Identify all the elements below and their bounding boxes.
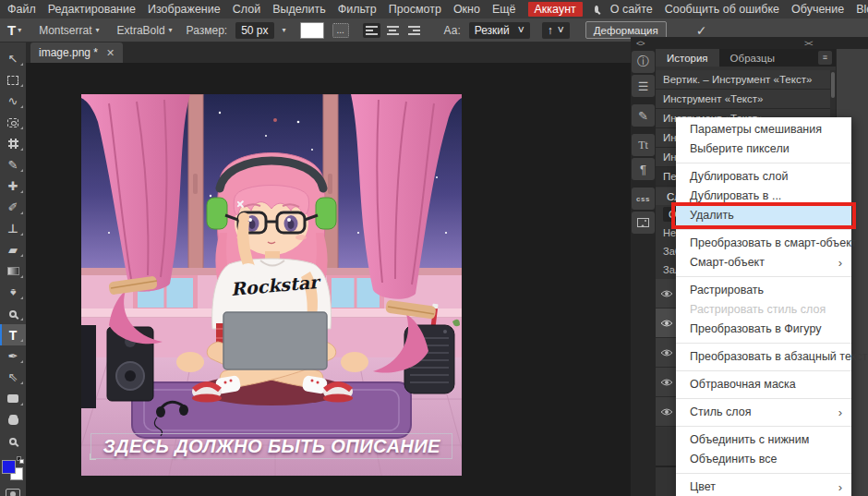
marquee-tool[interactable] xyxy=(0,69,26,91)
eye-icon[interactable] xyxy=(656,279,678,308)
account-button[interactable]: Аккаунт xyxy=(528,2,583,17)
align-left-icon[interactable] xyxy=(363,23,380,38)
tab-history[interactable]: История xyxy=(656,49,719,67)
pen-tool[interactable]: ✒ xyxy=(0,345,26,367)
move-tool[interactable]: ↖ xyxy=(0,48,26,69)
menu-window[interactable]: Окно xyxy=(453,3,480,16)
eyedropper-tool[interactable]: ✎ xyxy=(0,154,26,175)
menu-item-duplicate-into[interactable]: Дублировать в ... xyxy=(676,187,851,206)
collapse-left-icon[interactable]: <> xyxy=(636,39,645,48)
eye-icon[interactable] xyxy=(656,338,678,367)
menu-layer[interactable]: Слой xyxy=(233,3,260,16)
menu-view[interactable]: Просмотр xyxy=(389,3,441,16)
quick-mask-button[interactable] xyxy=(0,483,26,496)
menu-item-convert-to-paragraph-text[interactable]: Преобразовать в абзацный текст xyxy=(676,347,851,367)
history-item[interactable]: Инструмент «Текст» xyxy=(656,90,836,109)
info-icon: ⓘ xyxy=(637,54,649,70)
brush-tool[interactable]: ✐ xyxy=(0,197,26,218)
menu-item-color[interactable]: Цвет› xyxy=(676,478,851,496)
menu-filter[interactable]: Фильтр xyxy=(338,3,377,16)
css-panel-button[interactable]: css xyxy=(632,188,655,210)
menu-select[interactable]: Выделить xyxy=(272,3,326,16)
eraser-tool[interactable]: ▰ xyxy=(0,239,26,260)
adjustments-panel-button[interactable]: ✎ xyxy=(632,104,655,127)
align-right-icon[interactable] xyxy=(405,23,423,38)
font-family-select[interactable]: Montserrat▾ xyxy=(39,24,99,37)
lasso-tool[interactable]: ∿ xyxy=(0,91,26,112)
document-tab-bar: image.png * ✕ xyxy=(26,42,631,63)
foreground-color-swatch[interactable] xyxy=(2,460,16,474)
menu-item-merge-down[interactable]: Объединить с нижним xyxy=(676,430,851,450)
type-tool[interactable]: T xyxy=(0,324,26,345)
object-selection-tool[interactable] xyxy=(0,112,26,133)
zoom-tool[interactable] xyxy=(0,430,26,452)
character-panel-button[interactable]: Tt xyxy=(632,134,655,156)
eye-icon[interactable] xyxy=(656,397,678,426)
shape-tool[interactable] xyxy=(0,388,26,409)
photopea-app: Файл Редактирование Изображение Слой Выд… xyxy=(0,0,868,496)
menu-about[interactable]: О сайте xyxy=(610,3,653,16)
menu-blog[interactable]: Blog xyxy=(856,3,868,16)
text-color-swatch[interactable] xyxy=(300,22,324,39)
path-select-tool[interactable]: ⇖ xyxy=(0,367,26,388)
marquee-icon xyxy=(7,76,18,85)
paragraph-panel-button[interactable]: ¶ xyxy=(632,158,655,180)
menu-item-select-pixels[interactable]: Выберите пиксели xyxy=(676,139,851,159)
menu-item-convert-to-smart-object[interactable]: Преобразовать в смарт-объект xyxy=(676,234,851,253)
close-tab-icon[interactable]: ✕ xyxy=(106,47,115,59)
default-colors-icon[interactable] xyxy=(17,456,24,464)
text-orientation-select[interactable]: ↑˅ xyxy=(542,22,570,39)
menu-item-duplicate-layer[interactable]: Дублировать слой xyxy=(676,167,851,187)
gradient-tool[interactable] xyxy=(0,260,26,282)
search-icon[interactable] xyxy=(595,6,598,13)
image-panel-button[interactable] xyxy=(632,212,655,234)
confirm-edit-icon[interactable]: ✓ xyxy=(696,23,707,38)
dodge-tool[interactable] xyxy=(0,303,26,324)
menu-item-convert-to-shape[interactable]: Преобразовать в Фигуру xyxy=(676,320,851,339)
menu-image[interactable]: Изображение xyxy=(148,3,221,16)
canvas-caption-text[interactable]: ЗДЕСЬ ДОЛЖНО БЫТЬ ОПИСАНИЕ xyxy=(102,435,440,457)
menu-item-rasterize[interactable]: Растрировать xyxy=(676,281,851,300)
text-selection-box[interactable]: ЗДЕСЬ ДОЛЖНО БЫТЬ ОПИСАНИЕ xyxy=(90,433,452,459)
menu-report-bug[interactable]: Сообщить об ошибке xyxy=(665,3,779,16)
menu-item-layer-style[interactable]: Стиль слоя› xyxy=(676,403,851,422)
submenu-arrow-icon: › xyxy=(838,403,842,422)
align-center-icon[interactable] xyxy=(384,23,402,38)
eye-icon[interactable] xyxy=(656,308,678,337)
font-size-dropdown-icon[interactable]: ▾ xyxy=(283,26,286,34)
collapse-right-icon[interactable]: >< xyxy=(804,39,813,48)
properties-panel-button[interactable]: ☰ xyxy=(632,75,655,97)
menu-item-merge-all[interactable]: Объединить все xyxy=(676,450,851,469)
antialias-select[interactable]: Резкий˅ xyxy=(469,22,530,39)
eye-icon[interactable] xyxy=(656,368,678,396)
menu-file[interactable]: Файл xyxy=(7,3,36,16)
crop-tool[interactable] xyxy=(0,133,26,154)
panel-menu-icon[interactable]: ≡ xyxy=(818,51,832,65)
menu-item-clipping-mask[interactable]: Обтравочная маска xyxy=(676,375,851,394)
menu-edit[interactable]: Редактирование xyxy=(48,3,136,16)
tab-swatches[interactable]: Образцы xyxy=(719,49,786,67)
blur-tool[interactable]: ♠ xyxy=(0,282,26,303)
menu-more[interactable]: Ещё xyxy=(492,3,516,16)
menu-item-rasterize-layer-style: Растрировать стиль слоя xyxy=(676,300,851,320)
history-item[interactable]: Вертик. – Инструмент «Текст» xyxy=(656,70,836,90)
document-tab[interactable]: image.png * ✕ xyxy=(30,42,123,63)
panel-tabs: История Образцы ≡ xyxy=(656,49,836,67)
hand-tool[interactable] xyxy=(0,409,26,430)
object-selection-icon xyxy=(7,118,18,127)
clone-stamp-tool[interactable]: ⊥ xyxy=(0,218,26,239)
document-tab-title: image.png * xyxy=(39,46,98,59)
info-panel-button[interactable]: ⓘ xyxy=(632,51,655,73)
menu-item-delete[interactable]: Удалить xyxy=(676,206,851,225)
menu-item-blending-options[interactable]: Параметры смешивания xyxy=(676,120,851,139)
gradient-icon xyxy=(7,267,19,275)
menu-learn[interactable]: Обучение xyxy=(791,3,844,16)
font-size-input[interactable]: 50 px xyxy=(235,22,273,39)
healing-tool[interactable]: ✚ xyxy=(0,175,26,197)
menu-item-smart-object[interactable]: Смарт-объект› xyxy=(676,253,851,272)
color-swatches[interactable] xyxy=(0,455,26,483)
canvas-image[interactable]: Rockstar ЗДЕСЬ ДОЛЖНО БЫТЬ ОПИСАНИЕ xyxy=(81,94,462,476)
canvas-area[interactable]: Rockstar ЗДЕСЬ ДОЛЖНО БЫТЬ ОПИСАНИЕ xyxy=(26,63,631,496)
more-options-button[interactable]: ... xyxy=(332,23,349,38)
font-style-select[interactable]: ExtraBold▾ xyxy=(117,24,173,37)
